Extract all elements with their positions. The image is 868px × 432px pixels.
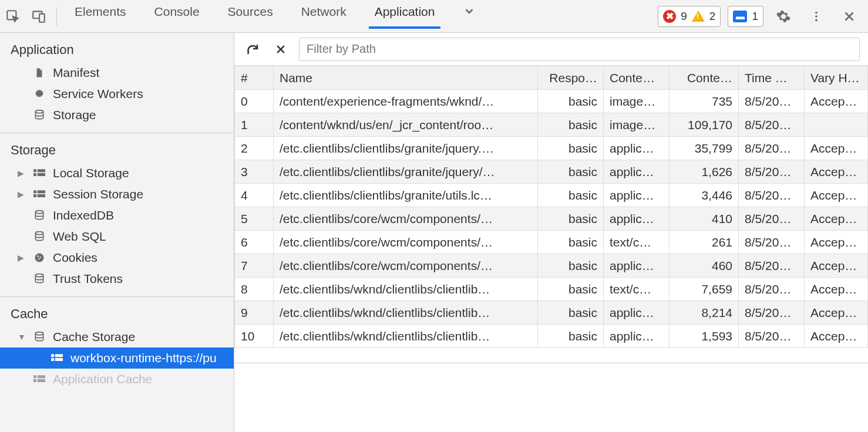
sidebar-item-local-storage[interactable]: ▶ Local Storage	[0, 163, 234, 184]
cell-name: /etc.clientlibs/clientlibs/granite/jquer…	[274, 137, 538, 160]
inspect-icon[interactable]	[0, 4, 26, 29]
svg-rect-10	[33, 173, 36, 176]
issue-icon: ▬	[733, 11, 747, 22]
svg-rect-9	[38, 169, 45, 172]
error-warning-badge[interactable]: ✖ 9 2	[658, 6, 721, 27]
cell-content-length: 735	[669, 90, 739, 113]
svg-point-17	[35, 232, 43, 235]
cell-response: basic	[538, 325, 604, 348]
cell-index: 3	[235, 160, 274, 184]
svg-rect-13	[38, 190, 45, 193]
settings-icon[interactable]	[771, 4, 796, 29]
cell-vary: Accep…	[805, 254, 868, 278]
svg-rect-12	[33, 190, 36, 193]
table-row[interactable]: 10/etc.clientlibs/wknd/clientlibs/client…	[235, 325, 868, 348]
table-row[interactable]: 6/etc.clientlibs/core/wcm/components/…ba…	[235, 231, 868, 254]
cell-vary: Accep…	[805, 184, 868, 207]
cell-name: /content/experience-fragments/wknd/…	[274, 90, 538, 113]
tab-elements[interactable]: Elements	[72, 5, 129, 28]
cell-name: /etc.clientlibs/wknd/clientlibs/clientli…	[274, 325, 538, 348]
delete-button[interactable]	[271, 39, 291, 59]
tab-network[interactable]: Network	[299, 5, 349, 28]
cell-vary: Accep…	[805, 207, 868, 231]
sidebar-item-workbox-cache[interactable]: workbox-runtime-https://pu	[0, 347, 234, 369]
sidebar-item-storage[interactable]: Storage	[0, 104, 234, 126]
issues-badge[interactable]: ▬ 1	[728, 6, 763, 27]
cell-vary: Accep…	[805, 301, 868, 325]
cell-time: 8/5/20…	[739, 137, 805, 160]
section-storage: Storage ▶ Local Storage ▶ Session Storag…	[0, 133, 234, 297]
col-header-content-type[interactable]: Conte…	[604, 66, 669, 90]
cell-time: 8/5/20…	[739, 90, 805, 113]
table-row[interactable]: 9/etc.clientlibs/wknd/clientlibs/clientl…	[235, 301, 868, 325]
cell-time: 8/5/20…	[739, 325, 805, 348]
cell-time: 8/5/20…	[739, 207, 805, 231]
filter-input[interactable]	[299, 38, 860, 61]
col-header-index[interactable]: #	[235, 66, 274, 90]
tab-application[interactable]: Application	[372, 5, 438, 28]
table-row[interactable]: 1/content/wknd/us/en/_jcr_content/roo…ba…	[235, 113, 868, 137]
cell-vary: Accep…	[805, 160, 868, 184]
svg-rect-29	[38, 375, 45, 378]
table-row[interactable]: 5/etc.clientlibs/core/wcm/components/…ba…	[235, 207, 868, 231]
panel-tabs: Elements Console Sources Network Applica…	[72, 5, 478, 28]
sidebar-item-cache-storage[interactable]: ▼ Cache Storage	[0, 326, 234, 347]
cell-content-length: 460	[669, 254, 739, 278]
table-row[interactable]: 4/etc.clientlibs/clientlibs/granite/util…	[235, 184, 868, 207]
grid-icon	[33, 167, 46, 180]
col-header-vary[interactable]: Vary H…	[805, 66, 868, 90]
svg-point-23	[35, 332, 43, 335]
cell-content-type: applic…	[604, 160, 669, 184]
sidebar-item-trust-tokens[interactable]: Trust Tokens	[0, 268, 234, 289]
device-toggle-icon[interactable]	[26, 4, 52, 29]
cell-time: 8/5/20…	[739, 231, 805, 254]
cell-vary: Accep…	[805, 231, 868, 254]
table-row[interactable]: 2/etc.clientlibs/clientlibs/granite/jque…	[235, 137, 868, 160]
tab-overflow-icon[interactable]	[460, 5, 478, 28]
svg-rect-30	[33, 379, 36, 382]
tabbar-right: ✖ 9 2 ▬ 1	[658, 4, 862, 29]
sidebar-item-cookies[interactable]: ▶ Cookies	[0, 247, 234, 268]
cell-name: /etc.clientlibs/core/wcm/components/…	[274, 231, 538, 254]
database-icon	[33, 109, 46, 122]
more-icon[interactable]	[803, 4, 829, 29]
tab-console[interactable]: Console	[152, 5, 202, 28]
sidebar-item-websql[interactable]: Web SQL	[0, 226, 234, 247]
col-header-content-length[interactable]: Conte…	[669, 66, 739, 90]
database-icon	[33, 230, 46, 243]
svg-rect-28	[33, 375, 36, 378]
grid-icon	[33, 188, 46, 201]
svg-point-7	[35, 110, 43, 113]
sidebar-item-manifest[interactable]: Manifest	[0, 62, 234, 83]
sidebar-item-session-storage[interactable]: ▶ Session Storage	[0, 184, 234, 205]
cell-time: 8/5/20…	[739, 184, 805, 207]
cell-content-type: applic…	[604, 207, 669, 231]
table-row[interactable]: 0/content/experience-fragments/wknd/…bas…	[235, 90, 868, 113]
cell-time: 8/5/20…	[739, 301, 805, 325]
tab-sources[interactable]: Sources	[226, 5, 275, 28]
error-icon: ✖	[663, 10, 676, 23]
cell-index: 10	[235, 325, 274, 348]
table-row[interactable]: 3/etc.clientlibs/clientlibs/granite/jque…	[235, 160, 868, 184]
label: Storage	[53, 108, 96, 122]
sidebar-item-service-workers[interactable]: Service Workers	[0, 83, 234, 104]
cell-response: basic	[538, 207, 604, 231]
cell-content-length: 261	[669, 231, 739, 254]
cell-content-length: 8,214	[669, 301, 739, 325]
close-icon[interactable]	[836, 4, 862, 29]
cell-content-type: text/c…	[604, 231, 669, 254]
sidebar-item-application-cache[interactable]: Application Cache	[0, 369, 234, 390]
cell-name: /etc.clientlibs/core/wcm/components/…	[274, 254, 538, 278]
col-header-time[interactable]: Time …	[739, 66, 805, 90]
svg-rect-11	[38, 173, 45, 176]
col-header-name[interactable]: Name	[274, 66, 538, 90]
col-header-response[interactable]: Respo…	[538, 66, 604, 90]
cell-content-length: 1,626	[669, 160, 739, 184]
table-row[interactable]: 8/etc.clientlibs/wknd/clientlibs/clientl…	[235, 278, 868, 301]
cache-table: # Name Respo… Conte… Conte… Time … Vary …	[234, 66, 868, 363]
sidebar-item-indexeddb[interactable]: IndexedDB	[0, 205, 234, 226]
grid-icon	[33, 373, 46, 386]
cell-time: 8/5/20…	[739, 113, 805, 137]
table-row[interactable]: 7/etc.clientlibs/core/wcm/components/…ba…	[235, 254, 868, 278]
refresh-button[interactable]	[243, 39, 263, 59]
